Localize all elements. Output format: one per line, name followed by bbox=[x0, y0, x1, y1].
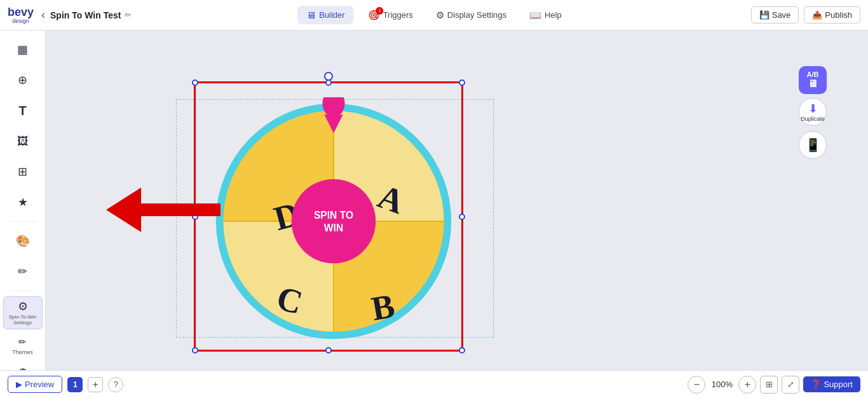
handle-bm bbox=[325, 347, 332, 353]
logo: bevy design bbox=[8, 6, 34, 24]
canvas-area[interactable]: D A C B SPIN TO WIN A/B 🖥 bbox=[46, 31, 868, 398]
zoom-level: 100% bbox=[709, 380, 735, 389]
handle-tm bbox=[325, 79, 332, 86]
sidebar-divider bbox=[10, 221, 36, 222]
themes-icon: ✏ bbox=[18, 336, 27, 348]
preview-icon: ▶ bbox=[16, 380, 22, 389]
help-icon: 📖 bbox=[529, 10, 541, 21]
duplicate-label: Duplicate bbox=[801, 116, 825, 122]
wheel-svg: D A C B SPIN TO WIN bbox=[210, 97, 458, 345]
duplicate-icon: ⬇ bbox=[808, 102, 818, 116]
publish-icon: 📤 bbox=[812, 10, 822, 20]
preview-button[interactable]: ▶ Preview bbox=[8, 376, 62, 393]
builder-icon: 🖥 bbox=[306, 10, 316, 20]
center-text-line2: WIN bbox=[324, 223, 343, 233]
handle-br bbox=[459, 347, 465, 353]
header-actions: 💾 Save 📤 Publish bbox=[751, 6, 860, 24]
preview-label: Preview bbox=[25, 380, 54, 389]
logo-text: bevy bbox=[8, 6, 34, 18]
support-button[interactable]: ❓ Support bbox=[803, 376, 860, 392]
edit-title-icon[interactable]: ✏ bbox=[125, 10, 132, 20]
handle-tr bbox=[459, 79, 465, 86]
nav-builder-label: Builder bbox=[319, 10, 344, 20]
back-button[interactable]: ‹ bbox=[41, 8, 45, 22]
mobile-icon: 📱 bbox=[805, 137, 821, 153]
center-circle bbox=[292, 179, 376, 264]
nav-help-label: Help bbox=[545, 10, 562, 20]
page-number: 1 bbox=[73, 380, 78, 389]
nav-triggers-label: Triggers bbox=[383, 10, 413, 20]
edit-icon: ✏ bbox=[18, 264, 27, 278]
ab-test-button[interactable]: A/B 🖥 bbox=[799, 66, 827, 94]
fullscreen-button[interactable]: ⤢ bbox=[782, 376, 799, 394]
help-page-button[interactable]: ? bbox=[108, 377, 123, 392]
triggers-icon: 🎯1 bbox=[368, 10, 380, 21]
handle-rotate bbox=[324, 72, 333, 81]
support-icon: ❓ bbox=[811, 380, 821, 389]
center-text-line1: SPIN TO bbox=[314, 210, 353, 221]
header-nav: 🖥 Builder 🎯1 Triggers ⚙ Display Settings… bbox=[297, 6, 571, 25]
handle-bl bbox=[192, 347, 198, 353]
image-icon: 🖼 bbox=[17, 135, 29, 148]
mobile-view-button[interactable]: 📱 bbox=[799, 131, 827, 159]
ab-label: A/B bbox=[807, 71, 819, 78]
handle-tl bbox=[192, 79, 198, 86]
publish-button[interactable]: 📤 Publish bbox=[804, 6, 860, 24]
zoom-controls: − 100% + ⊞ ⤢ ❓ Support bbox=[688, 376, 860, 394]
spin-wheel[interactable]: D A C B SPIN TO WIN bbox=[210, 97, 458, 345]
support-label: Support bbox=[824, 380, 853, 389]
red-arrow-svg bbox=[106, 184, 220, 235]
page-number-badge: 1 bbox=[67, 377, 83, 392]
arrow-indicator bbox=[106, 184, 220, 238]
main-layout: ▦ ⊕ T 🖼 ⊞ ★ 🎨 ✏ ⚙ Spin-To-WinSettings bbox=[0, 31, 868, 398]
display-icon: ⚙ bbox=[436, 10, 444, 21]
page-title: Spin To Win Test bbox=[50, 10, 121, 20]
spin-settings-icon: ⚙ bbox=[18, 299, 28, 313]
sidebar-item-edit[interactable]: ✏ bbox=[6, 257, 39, 285]
layout-icon: ▦ bbox=[17, 43, 28, 57]
nav-display-label: Display Settings bbox=[447, 10, 506, 20]
sidebar: ▦ ⊕ T 🖼 ⊞ ★ 🎨 ✏ ⚙ Spin-To-WinSettings bbox=[0, 31, 46, 398]
save-button[interactable]: 💾 Save bbox=[751, 6, 799, 24]
arrow-shape bbox=[106, 188, 220, 232]
rows-icon: ⊞ bbox=[18, 165, 27, 179]
grid-toggle-button[interactable]: ⊞ bbox=[760, 376, 778, 394]
publish-label: Publish bbox=[825, 10, 852, 20]
sidebar-item-themes[interactable]: ✏ Themes bbox=[3, 332, 43, 360]
sidebar-item-add[interactable]: ⊕ bbox=[6, 66, 39, 94]
zoom-out-button[interactable]: − bbox=[688, 376, 705, 394]
spin-settings-label: Spin-To-WinSettings bbox=[9, 315, 37, 326]
sidebar-item-paint[interactable]: 🎨 bbox=[6, 227, 39, 255]
sidebar-item-rows[interactable]: ⊞ bbox=[6, 158, 39, 186]
sidebar-item-image[interactable]: 🖼 bbox=[6, 127, 39, 155]
sidebar-item-text[interactable]: T bbox=[6, 97, 39, 125]
sidebar-item-star[interactable]: ★ bbox=[6, 188, 39, 216]
sidebar-item-layout[interactable]: ▦ bbox=[6, 36, 39, 64]
nav-triggers[interactable]: 🎯1 Triggers bbox=[359, 6, 422, 25]
nav-builder[interactable]: 🖥 Builder bbox=[297, 6, 353, 24]
duplicate-button[interactable]: ⬇ Duplicate bbox=[799, 98, 827, 126]
save-label: Save bbox=[772, 10, 791, 20]
nav-help[interactable]: 📖 Help bbox=[520, 6, 571, 25]
nav-display[interactable]: ⚙ Display Settings bbox=[427, 6, 515, 25]
add-page-button[interactable]: + bbox=[88, 377, 103, 392]
monitor-icon: 🖥 bbox=[808, 78, 818, 90]
paint-icon: 🎨 bbox=[16, 234, 30, 248]
themes-label: Themes bbox=[12, 349, 33, 356]
bottom-bar: ▶ Preview 1 + ? − 100% + ⊞ ⤢ ❓ Support bbox=[0, 370, 868, 398]
header: bevy design ‹ Spin To Win Test ✏ 🖥 Build… bbox=[0, 0, 868, 31]
handle-ml bbox=[192, 214, 198, 220]
star-icon: ★ bbox=[18, 195, 28, 209]
save-icon: 💾 bbox=[759, 10, 770, 20]
sidebar-divider2 bbox=[10, 291, 36, 291]
zoom-in-button[interactable]: + bbox=[738, 376, 756, 394]
sidebar-item-spin-settings[interactable]: ⚙ Spin-To-WinSettings bbox=[3, 296, 43, 329]
text-icon: T bbox=[18, 104, 26, 118]
add-icon: ⊕ bbox=[18, 73, 27, 87]
handle-mr bbox=[459, 214, 465, 220]
logo-sub: design bbox=[12, 18, 29, 24]
